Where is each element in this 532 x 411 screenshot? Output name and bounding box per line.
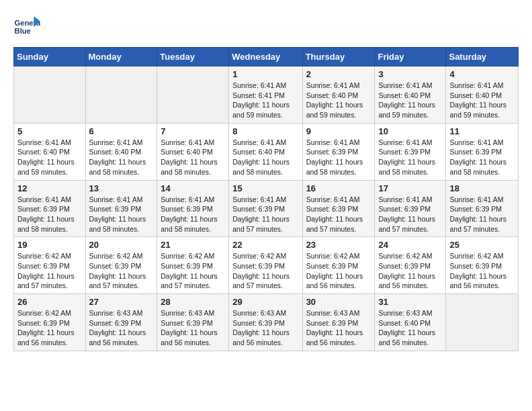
day-info: Sunrise: 6:41 AM Sunset: 6:39 PM Dayligh… — [306, 195, 371, 234]
day-info: Sunrise: 6:41 AM Sunset: 6:39 PM Dayligh… — [161, 195, 225, 234]
day-number: 9 — [306, 126, 371, 136]
calendar-cell — [446, 294, 519, 351]
day-info: Sunrise: 6:41 AM Sunset: 6:40 PM Dayligh… — [306, 81, 371, 120]
calendar-cell: 29Sunrise: 6:43 AM Sunset: 6:39 PM Dayli… — [229, 294, 302, 351]
day-info: Sunrise: 6:43 AM Sunset: 6:39 PM Dayligh… — [232, 308, 298, 348]
calendar-cell: 9Sunrise: 6:41 AM Sunset: 6:39 PM Daylig… — [302, 123, 375, 180]
svg-text:Blue: Blue — [15, 27, 31, 35]
calendar-cell: 27Sunrise: 6:43 AM Sunset: 6:39 PM Dayli… — [85, 294, 157, 351]
calendar-cell: 19Sunrise: 6:42 AM Sunset: 6:39 PM Dayli… — [14, 237, 86, 294]
calendar-week-row: 26Sunrise: 6:42 AM Sunset: 6:39 PM Dayli… — [14, 294, 519, 351]
calendar-cell: 31Sunrise: 6:43 AM Sunset: 6:40 PM Dayli… — [375, 294, 446, 351]
day-info: Sunrise: 6:43 AM Sunset: 6:39 PM Dayligh… — [161, 308, 225, 348]
calendar-cell: 13Sunrise: 6:41 AM Sunset: 6:39 PM Dayli… — [85, 180, 157, 237]
day-number: 28 — [161, 297, 225, 307]
day-info: Sunrise: 6:41 AM Sunset: 6:40 PM Dayligh… — [449, 81, 515, 120]
day-number: 8 — [232, 126, 298, 136]
day-info: Sunrise: 6:41 AM Sunset: 6:39 PM Dayligh… — [449, 138, 515, 177]
day-header-thursday: Thursday — [302, 48, 375, 66]
day-number: 18 — [449, 183, 515, 193]
day-number: 19 — [17, 240, 82, 250]
calendar-cell: 24Sunrise: 6:42 AM Sunset: 6:39 PM Dayli… — [375, 237, 446, 294]
calendar-cell: 30Sunrise: 6:43 AM Sunset: 6:39 PM Dayli… — [302, 294, 375, 351]
calendar-week-row: 1Sunrise: 6:41 AM Sunset: 6:41 PM Daylig… — [14, 66, 519, 124]
day-info: Sunrise: 6:43 AM Sunset: 6:39 PM Dayligh… — [306, 308, 371, 348]
day-number: 25 — [449, 240, 515, 250]
calendar-cell: 8Sunrise: 6:41 AM Sunset: 6:40 PM Daylig… — [229, 123, 302, 180]
calendar-cell: 22Sunrise: 6:42 AM Sunset: 6:39 PM Dayli… — [229, 237, 302, 294]
day-info: Sunrise: 6:43 AM Sunset: 6:39 PM Dayligh… — [89, 308, 154, 348]
day-info: Sunrise: 6:41 AM Sunset: 6:39 PM Dayligh… — [17, 195, 82, 234]
day-info: Sunrise: 6:41 AM Sunset: 6:39 PM Dayligh… — [232, 195, 298, 234]
day-info: Sunrise: 6:43 AM Sunset: 6:40 PM Dayligh… — [378, 308, 442, 348]
calendar-cell: 7Sunrise: 6:41 AM Sunset: 6:40 PM Daylig… — [157, 123, 229, 180]
day-header-saturday: Saturday — [446, 48, 519, 66]
calendar-cell: 18Sunrise: 6:41 AM Sunset: 6:39 PM Dayli… — [446, 180, 519, 237]
calendar-week-row: 5Sunrise: 6:41 AM Sunset: 6:40 PM Daylig… — [14, 123, 519, 180]
day-number: 7 — [161, 126, 225, 136]
calendar-header: SundayMondayTuesdayWednesdayThursdayFrid… — [14, 48, 519, 66]
day-number: 30 — [306, 297, 371, 307]
calendar-cell: 2Sunrise: 6:41 AM Sunset: 6:40 PM Daylig… — [302, 66, 375, 124]
calendar-cell — [157, 66, 229, 124]
day-info: Sunrise: 6:41 AM Sunset: 6:40 PM Dayligh… — [378, 81, 442, 120]
day-number: 12 — [17, 183, 82, 193]
calendar-cell: 16Sunrise: 6:41 AM Sunset: 6:39 PM Dayli… — [302, 180, 375, 237]
calendar-cell: 5Sunrise: 6:41 AM Sunset: 6:40 PM Daylig… — [14, 123, 86, 180]
day-header-sunday: Sunday — [14, 48, 86, 66]
logo-icon: General Blue — [13, 13, 40, 40]
day-info: Sunrise: 6:41 AM Sunset: 6:39 PM Dayligh… — [306, 138, 371, 177]
calendar-table: SundayMondayTuesdayWednesdayThursdayFrid… — [13, 47, 519, 351]
day-number: 16 — [306, 183, 371, 193]
day-info: Sunrise: 6:41 AM Sunset: 6:39 PM Dayligh… — [378, 195, 442, 234]
day-header-friday: Friday — [375, 48, 446, 66]
day-number: 27 — [89, 297, 154, 307]
day-number: 22 — [232, 240, 298, 250]
calendar-cell: 3Sunrise: 6:41 AM Sunset: 6:40 PM Daylig… — [375, 66, 446, 124]
day-info: Sunrise: 6:41 AM Sunset: 6:39 PM Dayligh… — [449, 195, 515, 234]
calendar-cell: 26Sunrise: 6:42 AM Sunset: 6:39 PM Dayli… — [14, 294, 86, 351]
day-info: Sunrise: 6:42 AM Sunset: 6:39 PM Dayligh… — [17, 308, 82, 348]
day-number: 20 — [89, 240, 154, 250]
day-number: 6 — [89, 126, 154, 136]
day-number: 21 — [161, 240, 225, 250]
day-info: Sunrise: 6:41 AM Sunset: 6:40 PM Dayligh… — [161, 138, 225, 177]
day-info: Sunrise: 6:41 AM Sunset: 6:40 PM Dayligh… — [17, 138, 82, 177]
calendar-cell: 28Sunrise: 6:43 AM Sunset: 6:39 PM Dayli… — [157, 294, 229, 351]
calendar-cell: 10Sunrise: 6:41 AM Sunset: 6:39 PM Dayli… — [375, 123, 446, 180]
day-info: Sunrise: 6:42 AM Sunset: 6:39 PM Dayligh… — [449, 251, 515, 291]
day-info: Sunrise: 6:41 AM Sunset: 6:40 PM Dayligh… — [89, 138, 154, 177]
calendar-cell: 25Sunrise: 6:42 AM Sunset: 6:39 PM Dayli… — [446, 237, 519, 294]
day-info: Sunrise: 6:42 AM Sunset: 6:39 PM Dayligh… — [306, 251, 371, 291]
day-number: 14 — [161, 183, 225, 193]
calendar-cell: 12Sunrise: 6:41 AM Sunset: 6:39 PM Dayli… — [14, 180, 86, 237]
calendar-cell: 21Sunrise: 6:42 AM Sunset: 6:39 PM Dayli… — [157, 237, 229, 294]
day-info: Sunrise: 6:41 AM Sunset: 6:39 PM Dayligh… — [89, 195, 154, 234]
calendar-cell: 20Sunrise: 6:42 AM Sunset: 6:39 PM Dayli… — [85, 237, 157, 294]
day-number: 23 — [306, 240, 371, 250]
calendar-cell — [85, 66, 157, 124]
calendar-cell: 14Sunrise: 6:41 AM Sunset: 6:39 PM Dayli… — [157, 180, 229, 237]
day-number: 5 — [17, 126, 82, 136]
calendar-cell: 15Sunrise: 6:41 AM Sunset: 6:39 PM Dayli… — [229, 180, 302, 237]
day-number: 1 — [232, 69, 298, 79]
day-number: 2 — [306, 69, 371, 79]
day-number: 3 — [378, 69, 442, 79]
day-info: Sunrise: 6:42 AM Sunset: 6:39 PM Dayligh… — [17, 251, 82, 291]
day-header-monday: Monday — [85, 48, 157, 66]
calendar-week-row: 12Sunrise: 6:41 AM Sunset: 6:39 PM Dayli… — [14, 180, 519, 237]
page-header: General Blue — [13, 13, 519, 40]
day-number: 31 — [378, 297, 442, 307]
day-info: Sunrise: 6:42 AM Sunset: 6:39 PM Dayligh… — [89, 251, 154, 291]
calendar-cell — [14, 66, 86, 124]
calendar-cell: 6Sunrise: 6:41 AM Sunset: 6:40 PM Daylig… — [85, 123, 157, 180]
day-number: 4 — [449, 69, 515, 79]
calendar-body: 1Sunrise: 6:41 AM Sunset: 6:41 PM Daylig… — [14, 66, 519, 351]
day-info: Sunrise: 6:42 AM Sunset: 6:39 PM Dayligh… — [161, 251, 225, 291]
calendar-cell: 17Sunrise: 6:41 AM Sunset: 6:39 PM Dayli… — [375, 180, 446, 237]
calendar-week-row: 19Sunrise: 6:42 AM Sunset: 6:39 PM Dayli… — [14, 237, 519, 294]
day-number: 10 — [378, 126, 442, 136]
day-header-tuesday: Tuesday — [157, 48, 229, 66]
day-number: 11 — [449, 126, 515, 136]
day-number: 13 — [89, 183, 154, 193]
